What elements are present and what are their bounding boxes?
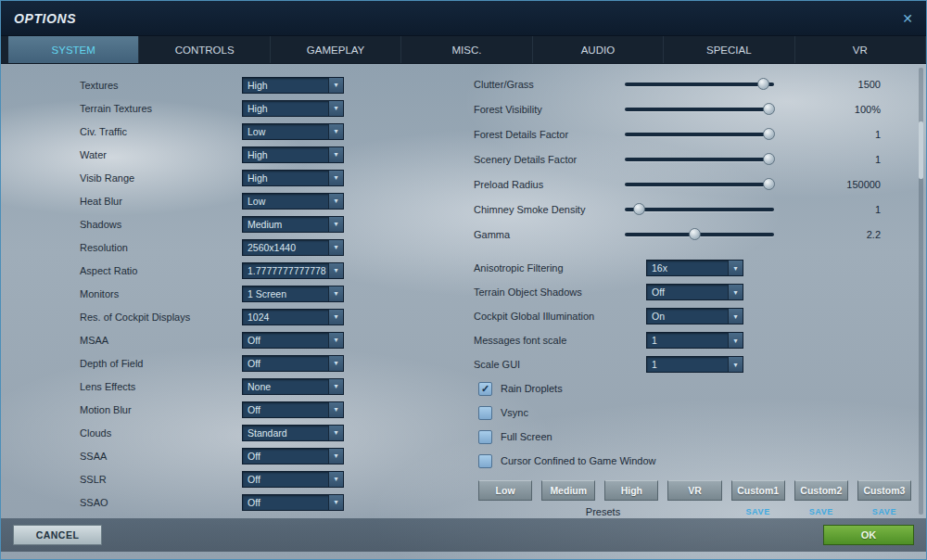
slider-handle[interactable] <box>763 103 775 115</box>
dropdown-resolution[interactable]: 2560x1440 ▾ <box>242 239 344 256</box>
preset-save-link[interactable]: SAVE <box>857 507 911 516</box>
tab-gameplay[interactable]: GAMEPLAY <box>271 36 401 63</box>
slider-handle[interactable] <box>763 178 775 190</box>
slider-track[interactable] <box>625 108 774 111</box>
chevron-down-icon[interactable]: ▾ <box>328 310 343 325</box>
chevron-down-icon[interactable]: ▾ <box>328 472 343 487</box>
chevron-down-icon[interactable]: ▾ <box>328 147 343 162</box>
dropdown-ssaa[interactable]: Off ▾ <box>242 448 344 465</box>
checkbox-row-rain-droplets[interactable]: ✓ Rain Droplets <box>478 376 911 401</box>
ok-button[interactable]: OK <box>823 525 914 545</box>
dropdown-scale-gui[interactable]: 1 ▾ <box>646 356 743 373</box>
chevron-down-icon[interactable]: ▾ <box>328 426 343 440</box>
cancel-button[interactable]: CANCEL <box>13 525 102 545</box>
chevron-down-icon[interactable]: ▾ <box>328 333 343 348</box>
chevron-down-icon[interactable]: ▾ <box>328 286 343 301</box>
slider-gamma[interactable] <box>625 228 774 241</box>
chevron-down-icon[interactable]: ▾ <box>328 217 343 232</box>
preset-button-vr[interactable]: VR <box>667 480 721 501</box>
chevron-down-icon[interactable]: ▾ <box>328 356 343 371</box>
checkbox[interactable]: ✓ <box>478 382 492 396</box>
close-icon[interactable]: ✕ <box>902 11 913 26</box>
preset-button-high[interactable]: High <box>604 480 658 501</box>
checkbox-row-cursor-confined-to-game-window[interactable]: Cursor Confined to Game Window <box>478 449 911 473</box>
preset-button-custom1[interactable]: Custom1 <box>731 480 785 501</box>
tab-vr[interactable]: VR <box>795 36 926 63</box>
chevron-down-icon[interactable]: ▾ <box>328 78 343 93</box>
dropdown-cockpit-global-illumination[interactable]: On ▾ <box>646 308 743 325</box>
slider-handle[interactable] <box>763 128 775 140</box>
dropdown-clouds[interactable]: Standard ▾ <box>242 425 344 441</box>
dropdown-shadows[interactable]: Medium ▾ <box>242 216 344 233</box>
preset-button-medium[interactable]: Medium <box>541 480 595 501</box>
dropdown-lens-effects[interactable]: None ▾ <box>242 378 344 395</box>
chevron-down-icon[interactable]: ▾ <box>328 171 343 185</box>
preset-button-custom2[interactable]: Custom2 <box>794 480 848 501</box>
dropdown-motion-blur[interactable]: Off ▾ <box>242 401 344 418</box>
dropdown-heat-blur[interactable]: Low ▾ <box>242 193 344 210</box>
dropdown-visib-range[interactable]: High ▾ <box>242 170 344 186</box>
checkbox[interactable] <box>478 454 492 468</box>
slider-forest-details-factor[interactable] <box>625 128 774 141</box>
dropdown-anisotropic-filtering[interactable]: 16x ▾ <box>646 260 743 276</box>
slider-track[interactable] <box>625 183 774 186</box>
preset-save-link[interactable]: SAVE <box>731 507 785 516</box>
dropdown-monitors[interactable]: 1 Screen ▾ <box>242 286 344 302</box>
checkbox[interactable] <box>478 406 492 420</box>
slider-track[interactable] <box>625 158 774 161</box>
slider-handle[interactable] <box>763 153 775 165</box>
slider-track[interactable] <box>625 83 774 86</box>
dropdown-depth-of-field[interactable]: Off ▾ <box>242 355 344 372</box>
chevron-down-icon[interactable]: ▾ <box>728 285 743 299</box>
chevron-down-icon[interactable]: ▾ <box>328 124 343 139</box>
dropdown-sslr[interactable]: Off ▾ <box>242 471 344 488</box>
dropdown-msaa[interactable]: Off ▾ <box>242 332 344 349</box>
chevron-down-icon[interactable]: ▾ <box>728 333 743 348</box>
chevron-down-icon[interactable]: ▾ <box>328 194 343 209</box>
chevron-down-icon[interactable]: ▾ <box>328 449 343 464</box>
tab-audio[interactable]: AUDIO <box>533 36 664 63</box>
checkbox-row-full-screen[interactable]: Full Screen <box>478 425 911 449</box>
dropdown-textures[interactable]: High ▾ <box>242 77 344 94</box>
slider-scenery-details-factor[interactable] <box>625 153 774 166</box>
setting-row: SSAO Off ▾ <box>80 490 358 514</box>
chevron-down-icon[interactable]: ▾ <box>328 495 343 510</box>
dropdown-messages-font-scale[interactable]: 1 ▾ <box>646 332 743 349</box>
slider-track[interactable] <box>625 133 774 136</box>
chevron-down-icon[interactable]: ▾ <box>728 309 743 324</box>
dropdown-civ-traffic[interactable]: Low ▾ <box>242 123 344 140</box>
chevron-down-icon[interactable]: ▾ <box>328 402 343 417</box>
scrollbar-thumb[interactable] <box>919 121 923 179</box>
dropdown-terrain-textures[interactable]: High ▾ <box>242 100 344 117</box>
chevron-down-icon[interactable]: ▾ <box>328 263 343 278</box>
slider-preload-radius[interactable] <box>625 178 774 191</box>
tab-misc[interactable]: MISC. <box>401 36 532 63</box>
dropdown-terrain-object-shadows[interactable]: Off ▾ <box>646 284 743 300</box>
chevron-down-icon[interactable]: ▾ <box>328 240 343 255</box>
tab-special[interactable]: SPECIAL <box>664 36 794 63</box>
slider-handle[interactable] <box>757 78 769 90</box>
scrollbar-track[interactable] <box>919 68 923 515</box>
preset-save-link[interactable]: SAVE <box>794 507 848 516</box>
checkbox[interactable] <box>478 430 492 444</box>
dropdown-aspect-ratio[interactable]: 1.7777777777778 ▾ <box>242 262 344 279</box>
tab-system[interactable]: SYSTEM <box>8 36 139 63</box>
slider-track[interactable] <box>625 208 774 211</box>
preset-button-custom3[interactable]: Custom3 <box>857 480 911 501</box>
chevron-down-icon[interactable]: ▾ <box>328 101 343 116</box>
chevron-down-icon[interactable]: ▾ <box>728 261 743 275</box>
content-area: Textures High ▾ Terrain Textures High ▾ … <box>1 64 926 559</box>
slider-clutter-grass[interactable] <box>625 78 774 91</box>
slider-chimney-smoke-density[interactable] <box>625 203 774 216</box>
slider-handle[interactable] <box>689 228 701 240</box>
preset-button-low[interactable]: Low <box>478 480 532 501</box>
slider-handle[interactable] <box>633 203 645 215</box>
tab-controls[interactable]: CONTROLS <box>139 36 270 63</box>
dropdown-ssao[interactable]: Off ▾ <box>242 494 344 511</box>
dropdown-water[interactable]: High ▾ <box>242 146 344 163</box>
chevron-down-icon[interactable]: ▾ <box>728 357 743 372</box>
chevron-down-icon[interactable]: ▾ <box>328 379 343 394</box>
slider-forest-visibility[interactable] <box>625 103 774 116</box>
checkbox-row-vsync[interactable]: Vsync <box>478 401 911 425</box>
dropdown-res-of-cockpit-displays[interactable]: 1024 ▾ <box>242 309 344 325</box>
